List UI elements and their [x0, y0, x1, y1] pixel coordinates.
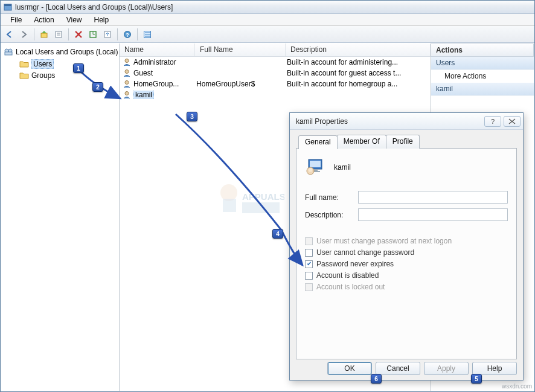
cancel-button[interactable]: Cancel: [376, 362, 420, 375]
watermark-logo: APPUALS: [212, 176, 284, 225]
watermark-text: wsxdn.com: [502, 383, 532, 390]
user-icon: [122, 68, 132, 78]
dialog-title-text: kamil Properties: [296, 117, 348, 126]
annotation-marker: 1: [73, 63, 84, 73]
user-row[interactable]: HomeGroup...HomeGroupUser$Built-in accou…: [120, 79, 431, 89]
window-title: lusrmgr - [Local Users and Groups (Local…: [15, 3, 173, 11]
properties-dialog: kamil Properties ? General Member Of Pro…: [289, 112, 524, 381]
checkbox-icon[interactable]: [305, 260, 313, 268]
check-must-change: User must change password at next logon: [305, 237, 508, 245]
forward-button[interactable]: [18, 28, 31, 41]
dialog-close-button[interactable]: [504, 116, 521, 127]
menu-file[interactable]: File: [5, 14, 27, 25]
menu-view[interactable]: View: [62, 14, 87, 25]
actions-section-selected: kamil: [431, 83, 534, 95]
tab-general[interactable]: General: [298, 135, 338, 149]
menu-help[interactable]: Help: [89, 14, 114, 25]
fullname-input[interactable]: [358, 191, 508, 204]
properties-button[interactable]: [52, 28, 65, 41]
tab-profile[interactable]: Profile: [386, 135, 420, 149]
svg-rect-28: [223, 199, 236, 212]
svg-rect-22: [310, 161, 321, 167]
check-cannot-change[interactable]: User cannot change password: [305, 248, 508, 257]
help-button[interactable]: ?: [121, 28, 134, 41]
user-row[interactable]: GuestBuilt-in account for guest access t…: [120, 68, 431, 79]
user-icon: [122, 90, 132, 100]
app-icon: [3, 2, 13, 12]
svg-rect-3: [56, 31, 62, 37]
actions-more[interactable]: More Actions: [431, 69, 534, 83]
svg-rect-1: [4, 4, 11, 6]
svg-point-19: [125, 81, 129, 85]
col-description[interactable]: Description: [286, 43, 431, 56]
svg-rect-16: [5, 52, 12, 55]
menu-action[interactable]: Action: [29, 14, 59, 25]
user-icon: [122, 79, 132, 89]
dialog-help-button[interactable]: ?: [484, 116, 501, 127]
fullname-label: Full name:: [305, 193, 358, 202]
refresh-button[interactable]: [86, 28, 100, 41]
apply-button[interactable]: Apply: [424, 362, 469, 375]
user-row[interactable]: kamil: [120, 89, 431, 100]
up-button[interactable]: [37, 28, 51, 41]
tab-member-of[interactable]: Member Of: [337, 135, 386, 149]
svg-text:?: ?: [126, 31, 129, 37]
titlebar: lusrmgr - [Local Users and Groups (Local…: [1, 1, 534, 14]
dialog-username: kamil: [334, 163, 351, 172]
tree-groups[interactable]: Groups: [4, 70, 119, 81]
svg-point-27: [220, 184, 237, 201]
tree-users[interactable]: Users: [4, 58, 119, 70]
user-large-icon: [305, 157, 325, 178]
tab-panel-general: kamil Full name: Description: User must …: [296, 148, 517, 359]
dialog-titlebar: kamil Properties ?: [290, 113, 523, 130]
svg-point-20: [125, 92, 129, 95]
svg-rect-30: [242, 202, 280, 213]
menubar: File Action View Help: [1, 14, 534, 26]
svg-rect-2: [41, 33, 47, 37]
delete-button[interactable]: [72, 28, 85, 41]
checkbox-icon: [305, 237, 313, 245]
checkbox-icon: [305, 283, 313, 291]
mmc-window: lusrmgr - [Local Users and Groups (Local…: [0, 0, 535, 392]
annotation-marker: 3: [187, 112, 197, 121]
ok-button[interactable]: OK: [327, 362, 372, 375]
dialog-button-row: OK Cancel Apply Help: [290, 362, 523, 375]
svg-text:APPUALS: APPUALS: [242, 191, 284, 202]
check-never-expires[interactable]: Password never expires: [305, 260, 508, 268]
description-input[interactable]: [358, 208, 508, 221]
toolbar: ?: [1, 26, 534, 43]
help-button[interactable]: Help: [472, 362, 517, 375]
annotation-marker: 2: [92, 82, 103, 92]
check-locked-out: Account is locked out: [305, 283, 508, 291]
folder-icon: [19, 60, 29, 68]
tabstrip: General Member Of Profile: [296, 135, 517, 149]
back-button[interactable]: [3, 28, 16, 41]
checkbox-icon[interactable]: [305, 249, 313, 257]
annotation-marker: 6: [371, 374, 382, 384]
annotation-marker: 5: [471, 374, 482, 384]
folder-icon: [19, 71, 29, 80]
col-fullname[interactable]: Full Name: [195, 43, 286, 56]
view-list-button[interactable]: [141, 28, 154, 41]
user-icon: [122, 57, 132, 67]
user-row[interactable]: AdministratorBuilt-in account for admini…: [120, 57, 431, 68]
svg-point-17: [125, 59, 129, 63]
tree-pane: Local Users and Groups (Local) Users Gro…: [1, 43, 120, 391]
col-name[interactable]: Name: [120, 43, 195, 56]
checkbox-icon[interactable]: [305, 272, 313, 280]
actions-section-users: Users: [431, 57, 534, 69]
annotation-marker: 4: [272, 229, 283, 239]
group-icon: [4, 47, 13, 57]
tree-root[interactable]: Local Users and Groups (Local): [4, 46, 119, 58]
export-button[interactable]: [101, 28, 114, 41]
check-account-disabled[interactable]: Account is disabled: [305, 271, 508, 280]
actions-heading: Actions: [431, 43, 534, 57]
svg-point-18: [125, 70, 129, 74]
list-header: Name Full Name Description: [120, 43, 431, 57]
svg-point-26: [309, 168, 312, 172]
description-label: Description:: [305, 211, 358, 219]
